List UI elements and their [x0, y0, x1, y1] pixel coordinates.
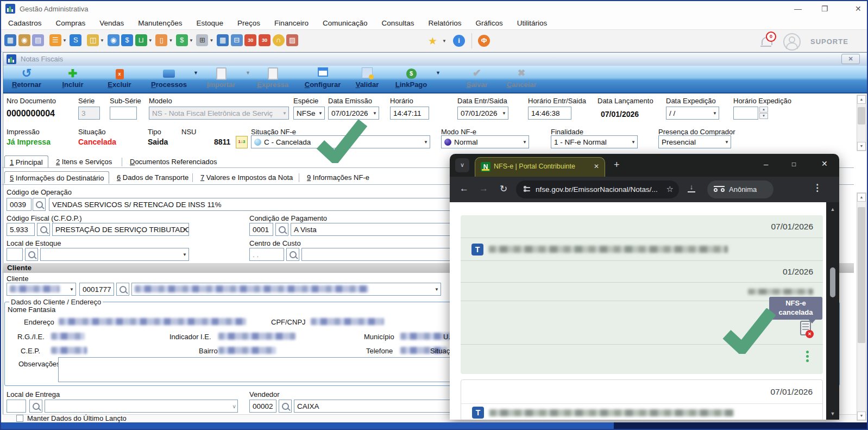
calendar-30-icon[interactable]: 30	[244, 34, 256, 46]
horario-expedicao-input[interactable]	[733, 107, 758, 120]
configurar-button[interactable]: Configurar	[302, 67, 343, 91]
browser-menu-kebab-icon[interactable]: ⋮	[813, 182, 822, 194]
menu-vendas[interactable]: Vendas	[92, 19, 131, 27]
menu-financeiro[interactable]: Financeiro	[267, 19, 316, 27]
vendedor-code-input[interactable]: 00002	[249, 400, 276, 413]
linkpago-caret-icon[interactable]: ▼	[436, 70, 441, 76]
url-text[interactable]: nfse.gov.br/EmissorNacional/Notas/...	[536, 185, 658, 194]
dropdown-caret-icon[interactable]: ▼	[189, 38, 193, 43]
building-icon[interactable]: ▦	[217, 34, 229, 46]
cart-icon[interactable]: ⊔	[135, 34, 147, 46]
order-document-icon[interactable]: ▯	[155, 34, 167, 46]
horario-input[interactable]: 14:47:11	[390, 107, 429, 120]
codigo-operacao-code-input[interactable]: 0039	[7, 198, 32, 211]
centro-custo-code-input[interactable]: . .	[249, 248, 284, 261]
menu-precos[interactable]: Preços	[230, 19, 267, 27]
header-scrollbar[interactable]: ▲ ▼	[857, 95, 866, 151]
address-bar[interactable]: nfse.gov.br/EmissorNacional/Notas/... ☆	[516, 180, 679, 198]
tab-informacoes-nfe[interactable]: 9 Informações NF-e	[302, 171, 374, 184]
person-coin-icon[interactable]: ◉	[108, 34, 119, 46]
local-estoque-code-input[interactable]	[7, 248, 23, 261]
id-card-icon[interactable]: ▤	[32, 34, 44, 46]
menu-estoque[interactable]: Estoque	[189, 19, 230, 27]
registrations-icon[interactable]: ▦	[4, 34, 16, 46]
maximize-icon[interactable]: ❐	[821, 4, 828, 13]
data-expedicao-select[interactable]: / /▼	[666, 107, 719, 120]
dropdown-caret-icon[interactable]: ▼	[168, 38, 173, 43]
back-icon[interactable]: ←	[460, 183, 469, 194]
minimize-icon[interactable]: —	[794, 4, 802, 13]
lock-icon[interactable]: ∩	[273, 34, 285, 46]
user-avatar[interactable]	[783, 33, 801, 51]
building-search-icon[interactable]: ▨	[286, 34, 298, 46]
document-s-icon[interactable]: S	[70, 34, 81, 46]
data-entr-saida-select[interactable]: 07/01/2026▼	[457, 107, 508, 120]
condicao-pagamento-code-input[interactable]: 0001	[249, 223, 273, 236]
manter-dados-label[interactable]: Manter Dados do Último Lançto	[27, 414, 127, 422]
especie-select[interactable]: NFSe▼	[293, 107, 325, 120]
local-estoque-search-button[interactable]	[25, 248, 38, 261]
tab-informacoes-destinatario[interactable]: 5 Informações do Destinatário	[4, 171, 109, 184]
dropdown-caret-icon[interactable]: ▼	[100, 38, 104, 43]
content-scrollbar[interactable]: ▲ ▼	[857, 192, 866, 421]
tab-documentos-referenciados[interactable]: Documentos Referenciados	[125, 155, 222, 168]
linkpago-button[interactable]: $ LinkPago	[391, 67, 431, 91]
presenca-comprador-select[interactable]: Presencial▼	[658, 135, 731, 148]
scroll-down-icon[interactable]: ▼	[857, 142, 866, 151]
local-entrega-search-button[interactable]	[29, 400, 42, 413]
cfop-code-input[interactable]: 5.933	[7, 223, 35, 236]
reload-icon[interactable]: ↻	[500, 183, 507, 195]
scroll-up-icon[interactable]: ▲	[857, 193, 866, 202]
cliente-search-button[interactable]	[116, 283, 129, 296]
dropdown-caret-icon[interactable]: ▼	[148, 38, 153, 43]
scroll-up-icon[interactable]: ▲	[826, 207, 839, 212]
sub-serie-input[interactable]	[110, 107, 137, 120]
browser-maximize-icon[interactable]: □	[792, 160, 796, 168]
tab-principal[interactable]: 1 Principal	[4, 155, 48, 168]
new-tab-icon[interactable]: +	[614, 159, 620, 171]
menu-manutencoes[interactable]: Manutenções	[131, 19, 189, 27]
dropdown-caret-icon[interactable]: ▼	[209, 38, 213, 43]
menu-compras[interactable]: Compras	[49, 19, 93, 27]
excluir-button[interactable]: x Excluir	[102, 67, 137, 91]
nsu-sort-icon[interactable]: 1↓3	[236, 136, 248, 148]
condicao-pagamento-search-button[interactable]	[275, 223, 288, 236]
site-settings-icon[interactable]	[524, 187, 530, 192]
scroll-up-icon[interactable]: ▲	[857, 95, 866, 104]
bookmark-star-icon[interactable]: ☆	[666, 184, 674, 194]
tab-itens-servicos[interactable]: 2 Itens e Serviços	[51, 155, 117, 168]
tab-search-chevron-icon[interactable]: ∨	[455, 158, 469, 172]
menu-cadastros[interactable]: Cadastros	[1, 19, 49, 27]
scroll-down-icon[interactable]: ▼	[857, 412, 866, 420]
package-icon[interactable]: ◫	[87, 34, 99, 46]
local-entrega-select[interactable]: ˅	[45, 400, 238, 413]
vendedor-search-button[interactable]	[279, 400, 292, 413]
centro-custo-search-button[interactable]	[286, 248, 299, 261]
browser-tab[interactable]: N NFS-e | Portal Contribuinte ✕	[475, 157, 605, 177]
tab-valores-impostos[interactable]: 7 Valores e Impostos da Nota	[196, 171, 298, 184]
scroll-down-icon[interactable]: ▼	[826, 411, 839, 416]
star-icon[interactable]: ★	[428, 35, 437, 47]
incluir-button[interactable]: ✚ Incluir	[55, 67, 90, 91]
window-close-icon[interactable]: ✕	[841, 54, 860, 64]
info-icon[interactable]: i	[453, 35, 465, 47]
codigo-operacao-search-button[interactable]	[33, 198, 46, 211]
retornar-button[interactable]: ↺ Retornar	[8, 67, 46, 91]
cfop-search-button[interactable]	[37, 223, 50, 236]
cliente-type-select[interactable]: ▼	[7, 283, 76, 296]
close-icon[interactable]: ✕	[855, 4, 861, 13]
finalidade-select[interactable]: 1 - NF-e Normal▼	[551, 135, 638, 148]
hierarchy-icon[interactable]: ☰	[49, 34, 61, 46]
menu-relatorios[interactable]: Relatórios	[422, 19, 469, 27]
horario-entr-saida-input[interactable]: 14:46:38	[528, 107, 571, 120]
dropdown-caret-icon[interactable]: ▼	[442, 39, 446, 43]
serie-input[interactable]: 3	[78, 107, 100, 120]
browser-close-icon[interactable]: ✕	[821, 159, 828, 168]
scrollbar-thumb[interactable]	[830, 267, 835, 297]
calculator-icon[interactable]: ⊟	[231, 34, 243, 46]
local-estoque-select[interactable]: ▼	[40, 248, 189, 261]
data-emissao-select[interactable]: 07/01/2026▼	[328, 107, 379, 120]
tab-dados-transporte[interactable]: 6 Dados de Transporte	[112, 171, 193, 184]
menu-graficos[interactable]: Gráficos	[468, 19, 510, 27]
modelo-select[interactable]: NS - Nota Fiscal Eletrônica de Serviç▼	[149, 107, 289, 120]
